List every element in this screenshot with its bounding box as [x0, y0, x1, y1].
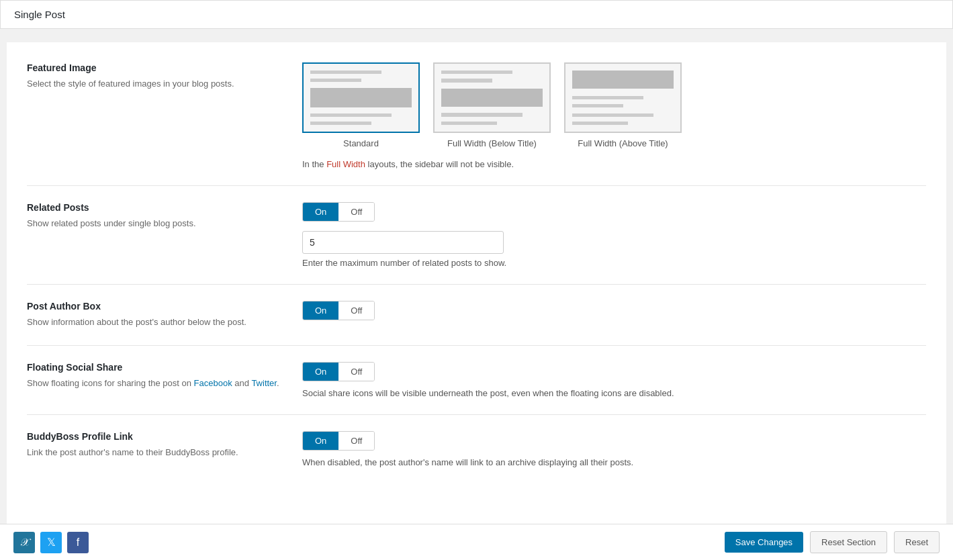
floating-social-and: and [232, 378, 252, 388]
image-option-standard-label: Standard [343, 138, 379, 148]
image-option-standard[interactable]: Standard [302, 62, 420, 148]
thumb-line [572, 96, 643, 99]
buddyboss-hint: When disabled, the post author's name wi… [302, 457, 926, 467]
related-posts-label-col: Related Posts Show related posts under s… [27, 202, 282, 230]
social-icons-group: 𝒳 𝕏 f [13, 532, 89, 553]
thumb-image-block [572, 71, 674, 89]
post-author-box-description: Show information about the post's author… [27, 316, 282, 329]
save-changes-button[interactable]: Save Changes [725, 532, 803, 553]
buddyboss-description: Link the post author's name to their Bud… [27, 446, 282, 459]
floating-social-end: . [277, 378, 279, 388]
wordpress-icon[interactable]: 𝒳 [13, 532, 35, 553]
featured-image-heading: Featured Image [27, 62, 282, 73]
related-posts-count-hint: Enter the maximum number of related post… [302, 258, 926, 268]
post-author-box-heading: Post Author Box [27, 301, 282, 312]
floating-social-twitter-link[interactable]: Twitter [251, 378, 277, 388]
post-author-box-toggle: On Off [302, 301, 375, 320]
post-author-off-button[interactable]: Off [338, 301, 374, 320]
thumb-line [572, 104, 623, 107]
post-author-box-section: Post Author Box Show information about t… [27, 285, 926, 346]
facebook-icon[interactable]: f [67, 532, 89, 553]
thumb-image-block [441, 89, 543, 107]
bottom-bar: 𝒳 𝕏 f Save Changes Reset Section Reset [0, 524, 953, 560]
related-posts-heading: Related Posts [27, 202, 282, 213]
thumb-line [441, 113, 523, 116]
notice-highlight: Full Width [326, 159, 365, 169]
buddyboss-on-button[interactable]: On [303, 432, 338, 450]
reset-section-button[interactable]: Reset Section [810, 531, 887, 553]
floating-social-share-section: Floating Social Share Show floating icon… [27, 346, 926, 415]
related-posts-control-col: On Off Enter the maximum number of relat… [302, 202, 926, 268]
floating-social-control-col: On Off Social share icons will be visibl… [302, 362, 926, 398]
thumb-line [310, 79, 361, 82]
buddyboss-off-button[interactable]: Off [338, 432, 374, 450]
related-posts-count-input-wrapper: Enter the maximum number of related post… [302, 231, 926, 268]
buddyboss-toggle: On Off [302, 431, 375, 451]
image-option-below-label: Full Width (Below Title) [447, 138, 537, 148]
floating-social-on-button[interactable]: On [303, 363, 338, 381]
image-option-above-label: Full Width (Above Title) [578, 138, 668, 148]
page-title-bar: Single Post [0, 0, 953, 29]
featured-image-label-col: Featured Image Select the style of featu… [27, 62, 282, 91]
featured-image-section: Featured Image Select the style of featu… [27, 56, 926, 186]
post-author-box-label-col: Post Author Box Show information about t… [27, 301, 282, 329]
floating-social-hint: Social share icons will be visible under… [302, 388, 926, 398]
related-posts-section: Related Posts Show related posts under s… [27, 186, 926, 285]
featured-image-options: Standard Full Width (Below Title) [302, 62, 926, 148]
related-posts-on-button[interactable]: On [303, 203, 338, 221]
featured-image-notice: In the Full Width layouts, the sidebar w… [302, 159, 926, 169]
related-posts-description: Show related posts under single blog pos… [27, 217, 282, 230]
content-area: Featured Image Select the style of featu… [7, 42, 946, 551]
floating-social-label-col: Floating Social Share Show floating icon… [27, 362, 282, 390]
buddyboss-control-col: On Off When disabled, the post author's … [302, 431, 926, 467]
floating-social-desc-plain: Show floating icons for sharing the post… [27, 378, 194, 388]
image-thumb-below [433, 62, 551, 133]
related-posts-count-input[interactable] [302, 231, 504, 254]
post-author-box-control-col: On Off [302, 301, 926, 320]
floating-social-heading: Floating Social Share [27, 362, 282, 373]
buddyboss-heading: BuddyBoss Profile Link [27, 431, 282, 442]
floating-social-toggle: On Off [302, 362, 375, 381]
twitter-icon[interactable]: 𝕏 [40, 532, 62, 553]
thumb-line [441, 71, 512, 74]
floating-social-description: Show floating icons for sharing the post… [27, 377, 282, 390]
thumb-line [310, 122, 371, 125]
page-wrapper: Single Post Featured Image Select the st… [0, 0, 953, 560]
image-thumb-above [564, 62, 682, 133]
thumb-line [310, 113, 392, 117]
notice-text-content: In the Full Width layouts, the sidebar w… [302, 159, 514, 169]
featured-image-control-col: Standard Full Width (Below Title) [302, 62, 926, 169]
featured-image-description: Select the style of featured images in y… [27, 77, 282, 91]
related-posts-off-button[interactable]: Off [338, 203, 374, 221]
image-thumb-standard [302, 62, 420, 133]
image-option-full-width-below[interactable]: Full Width (Below Title) [433, 62, 551, 148]
floating-social-off-button[interactable]: Off [338, 363, 374, 381]
related-posts-toggle: On Off [302, 202, 375, 222]
buddyboss-label-col: BuddyBoss Profile Link Link the post aut… [27, 431, 282, 459]
page-title: Single Post [14, 9, 65, 20]
image-option-full-width-above[interactable]: Full Width (Above Title) [564, 62, 682, 148]
thumb-line [441, 79, 492, 82]
thumb-line [572, 113, 653, 117]
thumb-line [441, 122, 497, 125]
thumb-line [572, 122, 628, 125]
buddyboss-profile-link-section: BuddyBoss Profile Link Link the post aut… [27, 415, 926, 483]
thumb-image-block [310, 88, 412, 107]
post-author-on-button[interactable]: On [303, 301, 338, 320]
reset-button[interactable]: Reset [894, 531, 940, 553]
floating-social-facebook-link[interactable]: Facebook [194, 378, 232, 388]
thumb-line [310, 71, 381, 74]
